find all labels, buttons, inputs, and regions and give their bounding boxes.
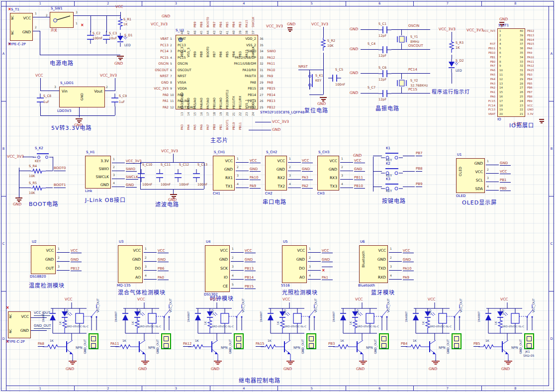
ch1-header[interactable]: VCCGNDRX1TX1 <box>213 156 235 191</box>
pin-name: VCC <box>277 157 285 165</box>
pin-number: 21 <box>232 109 235 116</box>
gnd-label: GND <box>13 202 21 206</box>
gas-sensor[interactable]: VCCGNDDOAO <box>118 245 143 283</box>
c8-designator: S_C8 <box>43 95 51 98</box>
pin-number: 24 <box>251 109 255 116</box>
pin-number: 19 <box>219 109 222 116</box>
pin-number: 35 <box>514 51 523 55</box>
no-connect-mark: × <box>6 305 9 310</box>
resistor-icon[interactable] <box>320 38 326 53</box>
chip-right-nums: 363534333231302928272625 <box>260 36 266 110</box>
bt-body-label: Bluetooth <box>362 251 366 268</box>
resistor-icon[interactable] <box>31 185 46 191</box>
key-button-icon[interactable] <box>33 151 53 160</box>
net-label: PB7 <box>212 12 216 27</box>
pin-name: PB8 <box>199 34 203 57</box>
jlink-header[interactable]: 3.3VSWIOSWCLKGND <box>85 156 111 189</box>
ch2-header[interactable]: VCCGNDRX2TX2 <box>265 156 287 191</box>
pin-number: 9 <box>170 86 175 92</box>
k2-value: KEY <box>35 160 41 163</box>
pin-number: 32 <box>260 61 266 67</box>
ldo-chip[interactable]: Vin Vout GND <box>59 87 105 107</box>
terminal-block[interactable] <box>379 333 389 349</box>
cap-value: 100nF <box>161 183 171 187</box>
capacitor-icon[interactable] <box>137 169 145 182</box>
net-label: VCC <box>158 249 169 253</box>
resistor-icon[interactable] <box>117 17 123 32</box>
pin-number: 1 <box>58 247 60 250</box>
capacitor-icon[interactable] <box>174 169 182 182</box>
io-left-nums: 1234567891011121314151617181920 <box>499 29 503 116</box>
net-label: PB10 <box>473 51 495 55</box>
light-sensor[interactable]: VCCGNDDOAO <box>282 245 307 283</box>
c9-value: 1uF <box>119 100 125 104</box>
pin-name: GND <box>219 255 228 264</box>
net-label: PA8 <box>267 80 276 86</box>
crystal-icon[interactable] <box>394 35 409 43</box>
terminal-block[interactable] <box>161 333 171 349</box>
pin-number: 4 <box>341 182 343 186</box>
cap-value: 100nF <box>179 183 189 187</box>
capacitor-icon[interactable] <box>328 74 341 82</box>
crystal-icon[interactable] <box>394 79 409 87</box>
npn-label: NPN <box>148 346 155 350</box>
pin-number: 21 <box>514 112 523 116</box>
resistor-icon[interactable] <box>449 40 455 55</box>
terminal-block[interactable] <box>452 333 462 349</box>
section-title: 混合气体检测模块 <box>118 290 166 296</box>
terminal-block[interactable] <box>524 333 534 349</box>
net-label: PB7 <box>527 90 534 95</box>
no-connect-mark: × <box>322 268 325 273</box>
power-switch[interactable] <box>50 12 74 28</box>
net-label: PA1 <box>322 276 333 280</box>
net-label: PB4 <box>232 12 235 27</box>
capacitor-icon[interactable] <box>378 90 391 98</box>
terminal-block[interactable] <box>306 333 316 349</box>
capacitor-icon[interactable] <box>111 94 119 106</box>
section-title: 电源电路 <box>50 61 74 67</box>
relay-typec-connector[interactable]: VCC GND NC NC <box>8 311 31 338</box>
clock-chip[interactable]: VCCGNDSCKIOCE <box>205 245 230 292</box>
pin-number: 24 <box>514 99 523 103</box>
capacitor-icon[interactable] <box>378 46 391 54</box>
vcc3v3-label: VCC_3V3 <box>439 27 456 31</box>
pin-number: 5 <box>170 61 175 67</box>
terminal-block[interactable] <box>89 333 98 349</box>
ch3-header[interactable]: VCCGNDRX3TX3 <box>317 156 339 191</box>
key-button-icon[interactable] <box>305 72 314 89</box>
net-label: PB1 <box>473 55 495 60</box>
oled-header[interactable]: OLED GNDVCCSCLSDA <box>456 158 485 193</box>
temp-sensor[interactable]: VCCGNDOUT <box>31 245 56 274</box>
terminal-block[interactable] <box>234 333 244 349</box>
pin-number: 8 <box>499 60 503 64</box>
gnd-label: GND <box>353 154 362 158</box>
zone-number: 4 <box>210 1 278 6</box>
net-label: PB0 <box>500 187 511 191</box>
net-label: PC14 <box>408 68 417 72</box>
pin-name: RX2 <box>277 174 285 182</box>
relay-channel: VCC <box>256 297 328 383</box>
ldo-designator: S_LDO1 <box>60 82 74 86</box>
chip-left-nets: VBATPC13PC14PC15OSCINOSCOUTNRSTGNDVCC_3V… <box>147 36 169 110</box>
net-label: PB9 <box>527 99 534 103</box>
pin-number: 3 <box>289 174 291 177</box>
typec-connector[interactable]: VCC GND NC NC <box>10 13 33 41</box>
bluetooth-module-section: U6 Bluetooth VCCGNDTXDRXD 1 VCC 2 GND 3 … <box>357 240 451 297</box>
u5-designator: U5 <box>283 240 288 244</box>
pin-name: RX3 <box>329 174 337 182</box>
capacitor-icon[interactable] <box>378 70 391 78</box>
resistor-icon[interactable] <box>31 168 46 174</box>
schematic-sheet[interactable]: 12345678 12345678 ABCD ABCD S_T1 VCC GND… <box>0 0 555 392</box>
capacitor-icon[interactable] <box>192 169 200 182</box>
pin-number: 2 <box>390 256 392 259</box>
pin-name: PA12/USB/DP <box>216 55 256 61</box>
relay-part-label: SRD-05VDC-SL-C <box>502 325 524 328</box>
pin-number: 40 <box>514 29 523 33</box>
vcc-out-label: VCC_OUT <box>460 298 463 312</box>
pin-number: 13 <box>180 109 184 116</box>
capacitor-icon[interactable] <box>156 169 164 182</box>
capacitor-icon[interactable] <box>378 26 391 34</box>
gnd-label: GND <box>66 367 74 371</box>
bluetooth-module[interactable]: Bluetooth VCCGNDTXDRXD <box>359 245 388 283</box>
pin-number: 28 <box>260 86 266 92</box>
